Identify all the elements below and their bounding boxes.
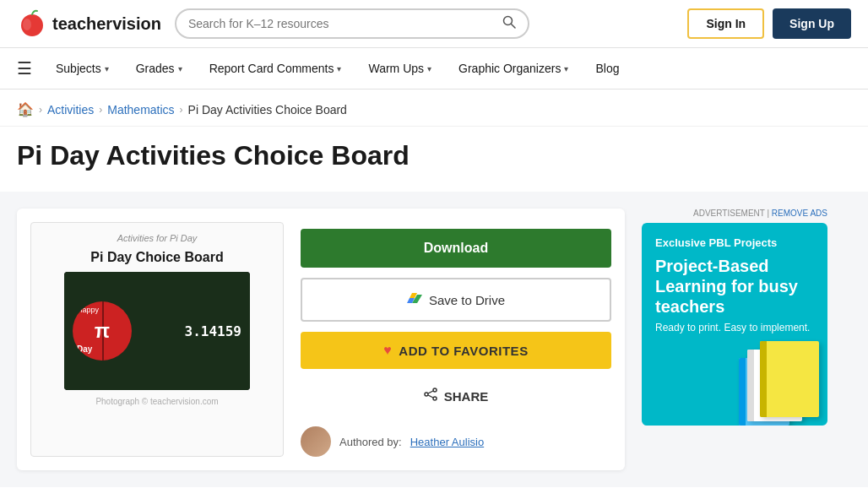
- svg-point-8: [433, 397, 437, 400]
- chevron-down-icon: ▾: [564, 64, 568, 73]
- signup-button[interactable]: Sign Up: [773, 8, 851, 39]
- breadcrumb-separator: ›: [39, 104, 42, 116]
- page-title-area: Pi Day Activities Choice Board: [0, 127, 868, 192]
- logo[interactable]: teachervision: [17, 8, 161, 39]
- resource-preview: Activities for Pi Day Pi Day Choice Boar…: [30, 222, 284, 457]
- ad-book-illustration: [735, 333, 827, 426]
- hamburger-menu-button[interactable]: ☰: [17, 48, 41, 89]
- header-actions: Sign In Sign Up: [687, 8, 851, 39]
- preview-caption: Photograph © teachervision.com: [95, 397, 218, 406]
- page-title: Pi Day Activities Choice Board: [17, 140, 851, 171]
- pi-symbol: π: [95, 319, 110, 343]
- share-icon: [424, 388, 437, 404]
- author-name-link[interactable]: Heather Aulisio: [410, 436, 484, 448]
- pi-circle-graphic: Happy Day π: [73, 301, 132, 361]
- breadcrumb-current-page: Pi Day Activities Choice Board: [188, 103, 347, 117]
- chevron-down-icon: ▾: [178, 64, 182, 73]
- apple-icon: [17, 8, 47, 39]
- day-text: Day: [77, 344, 92, 354]
- chevron-down-icon: ▾: [427, 64, 431, 73]
- chevron-down-icon: ▾: [337, 64, 341, 73]
- happy-text: Happy: [77, 306, 99, 315]
- nav-warm-ups[interactable]: Warm Ups ▾: [356, 48, 443, 89]
- nav-blog[interactable]: Blog: [583, 48, 631, 89]
- preview-subtitle: Activities for Pi Day: [117, 233, 198, 243]
- ad-body: Ready to print. Easy to implement.: [655, 322, 814, 333]
- search-icon: [502, 15, 516, 29]
- nav-grades[interactable]: Grades ▾: [124, 48, 194, 89]
- google-drive-icon: [407, 290, 422, 309]
- svg-point-9: [425, 393, 428, 396]
- resource-card: Activities for Pi Day Pi Day Choice Boar…: [17, 209, 625, 470]
- main-nav: ☰ Subjects ▾ Grades ▾ Report Card Commen…: [0, 48, 868, 89]
- breadcrumb-activities[interactable]: Activities: [47, 103, 94, 117]
- search-input[interactable]: [188, 17, 496, 30]
- authored-by-label: Authored by:: [339, 436, 402, 448]
- nav-graphic-organizers[interactable]: Graphic Organizers ▾: [447, 48, 580, 89]
- drive-icon-svg: [407, 290, 422, 306]
- share-button[interactable]: SHARE: [301, 379, 611, 413]
- breadcrumb-home[interactable]: 🏠: [17, 101, 34, 117]
- pi-value: 3.14159: [185, 323, 241, 339]
- heart-icon: ♥: [383, 343, 392, 358]
- nav-report-card-comments[interactable]: Report Card Comments ▾: [198, 48, 354, 89]
- svg-point-7: [433, 388, 437, 392]
- author-row: Authored by: Heather Aulisio: [301, 426, 611, 457]
- remove-ads-link[interactable]: REMOVE ADS: [772, 209, 827, 218]
- search-bar: [175, 8, 529, 39]
- content-area: Activities for Pi Day Pi Day Choice Boar…: [0, 192, 868, 487]
- logo-text: teachervision: [52, 14, 161, 34]
- svg-line-10: [428, 391, 433, 393]
- ad-card[interactable]: Exclusive PBL Projects Project-Based Lea…: [642, 223, 827, 426]
- search-button[interactable]: [502, 15, 516, 32]
- nav-subjects[interactable]: Subjects ▾: [44, 48, 121, 89]
- add-to-favorites-button[interactable]: ♥ ADD TO FAVORITES: [301, 332, 611, 369]
- author-avatar: [301, 426, 331, 457]
- preview-image: Happy Day π 3.14159: [64, 272, 250, 390]
- svg-line-11: [428, 395, 433, 398]
- actions-pane: Download Save to Drive ♥ ADD TO FAVORITE…: [301, 222, 611, 457]
- breadcrumb-separator: ›: [99, 104, 102, 116]
- save-to-drive-button[interactable]: Save to Drive: [301, 278, 611, 322]
- ad-panel: ADVERTISEMENT | REMOVE ADS Exclusive PBL…: [642, 209, 827, 470]
- ad-subtitle: Exclusive PBL Projects: [655, 236, 814, 249]
- breadcrumb: 🏠 › Activities › Mathematics › Pi Day Ac…: [0, 89, 868, 127]
- preview-heading: Pi Day Choice Board: [90, 250, 223, 265]
- download-button[interactable]: Download: [301, 229, 611, 268]
- ad-label: ADVERTISEMENT | REMOVE ADS: [642, 209, 827, 218]
- chevron-down-icon: ▾: [105, 64, 109, 73]
- ad-title: Project-Based Learning for busy teachers: [655, 256, 814, 317]
- svg-line-3: [511, 24, 515, 29]
- breadcrumb-mathematics[interactable]: Mathematics: [107, 103, 174, 117]
- signin-button[interactable]: Sign In: [687, 8, 764, 39]
- svg-point-1: [23, 19, 31, 30]
- breadcrumb-separator: ›: [180, 104, 183, 116]
- header: teachervision Sign In Sign Up: [0, 0, 868, 48]
